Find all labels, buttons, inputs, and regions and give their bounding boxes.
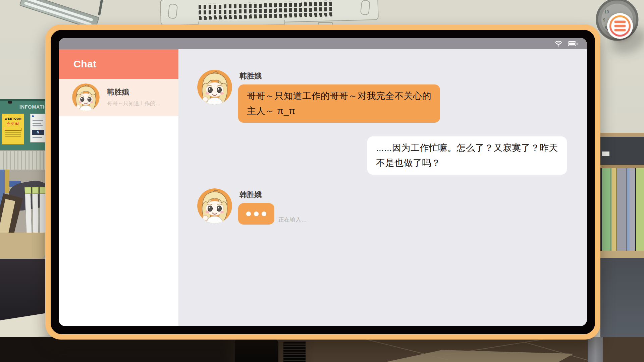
conversation-name: 韩胜娥 bbox=[107, 87, 161, 97]
poster-webtoon: WEBTOON 스토리 bbox=[2, 114, 24, 144]
svg-text:8: 8 bbox=[605, 25, 607, 30]
conversation-list-item[interactable]: 韩胜娥 哥哥～只知道工作的… bbox=[59, 79, 178, 116]
chat-app-title: Chat bbox=[59, 49, 178, 79]
shelf-edge bbox=[600, 165, 644, 168]
typing-dot bbox=[254, 212, 259, 216]
board-title: INFOMATION bbox=[19, 104, 46, 110]
board-clip bbox=[8, 100, 12, 104]
outgoing-message-row: ......因为工作忙嘛。怎么了？又寂寞了？昨天 不是也做了吗？ bbox=[197, 136, 567, 175]
menu-button[interactable] bbox=[607, 13, 633, 39]
contact-avatar bbox=[197, 188, 232, 223]
typing-indicator-bubble bbox=[238, 203, 274, 225]
bookshelf bbox=[600, 168, 644, 251]
wifi-icon bbox=[554, 41, 562, 47]
message-sender-name: 韩胜娥 bbox=[239, 190, 262, 200]
radiator bbox=[0, 150, 46, 170]
incoming-message-bubble: 哥哥～只知道工作的哥哥～对我完全不关心的 主人～ π_π bbox=[238, 84, 440, 123]
poster-subtitle: 스토리 bbox=[2, 121, 24, 126]
furniture-silhouette bbox=[283, 341, 306, 362]
poster-title: WEBTOON bbox=[2, 117, 24, 120]
hamburger-menu-icon bbox=[607, 13, 633, 39]
conversation-preview: 哥哥～只知道工作的… bbox=[107, 100, 161, 107]
incoming-message-group: 韩胜娥 哥哥～只知道工作的哥哥～对我完全不关心的 主人～ π_π bbox=[197, 70, 567, 123]
cabinet bbox=[600, 137, 644, 165]
shelf bbox=[600, 251, 644, 258]
desk bbox=[0, 233, 46, 260]
battery-icon bbox=[568, 41, 578, 46]
typing-dot bbox=[262, 212, 266, 216]
floor bbox=[0, 337, 644, 362]
ac-vent-grille bbox=[198, 0, 333, 20]
cabinet-label bbox=[602, 152, 609, 156]
typing-status-text: 正在输入… bbox=[278, 216, 307, 225]
message-sender-name: 韩胜娥 bbox=[239, 71, 262, 81]
svg-text:9: 9 bbox=[603, 18, 605, 22]
game-scene: 10987 INFOMATION WEBTOON 스토리 N bbox=[0, 0, 644, 362]
bulletin-board: INFOMATION WEBTOON 스토리 N bbox=[0, 99, 46, 150]
poster-logo: N bbox=[32, 130, 44, 135]
chat-message-area: 韩胜娥 哥哥～只知道工作的哥哥～对我完全不关心的 主人～ π_π ......因… bbox=[178, 49, 587, 326]
furniture-silhouette bbox=[235, 339, 278, 362]
desk-clutter bbox=[0, 170, 46, 260]
typing-dot bbox=[246, 212, 251, 216]
desk-partition bbox=[600, 258, 644, 347]
outgoing-message-bubble: ......因为工作忙嘛。怎么了？又寂寞了？昨天 不是也做了吗？ bbox=[367, 136, 567, 175]
poster-white: N bbox=[30, 114, 46, 142]
cabinet-top bbox=[600, 133, 644, 137]
contact-avatar bbox=[197, 70, 232, 105]
contact-avatar bbox=[72, 83, 100, 111]
tablet-screen: Chat 韩胜娥 哥哥～只知道工作的… bbox=[59, 38, 587, 326]
tablet-bezel: Chat 韩胜娥 哥哥～只知道工作的… bbox=[51, 30, 595, 334]
tablet-device: Chat 韩胜娥 哥哥～只知道工作的… bbox=[45, 24, 600, 340]
under-desk-shadow bbox=[0, 259, 46, 320]
status-bar bbox=[59, 38, 587, 49]
typing-message-group: 韩胜娥 正在输入… bbox=[197, 188, 567, 225]
table-leg bbox=[588, 337, 603, 362]
chat-sidebar: Chat 韩胜娥 哥哥～只知道工作的… bbox=[59, 49, 178, 326]
